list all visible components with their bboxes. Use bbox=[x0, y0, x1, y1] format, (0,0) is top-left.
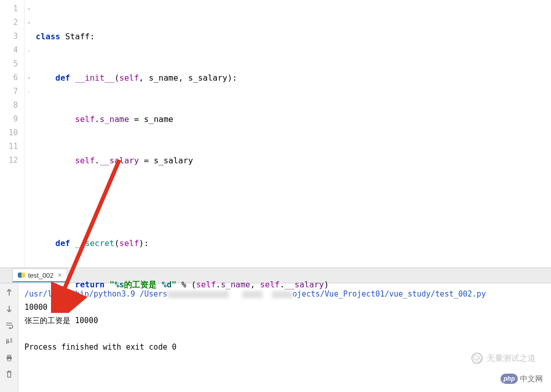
python-file-icon bbox=[18, 272, 25, 279]
method-init: __init__ bbox=[75, 73, 114, 83]
scroll-down-icon[interactable] bbox=[4, 304, 14, 314]
fold-end-icon[interactable]: ▵ bbox=[24, 43, 34, 57]
keyword-return: return bbox=[75, 280, 105, 289]
code-content[interactable]: class Staff: def __init__(self, s_name, … bbox=[34, 0, 551, 267]
method-secret: __secret bbox=[75, 238, 114, 248]
redacted-path bbox=[167, 291, 229, 298]
redacted-path bbox=[272, 291, 292, 298]
line-number: 11 bbox=[0, 140, 18, 154]
line-number: 4 bbox=[0, 43, 18, 57]
line-number: 1 bbox=[0, 2, 18, 16]
print-icon[interactable] bbox=[4, 353, 14, 363]
svg-rect-3 bbox=[8, 355, 11, 357]
keyword-def: def bbox=[56, 73, 70, 83]
line-number: 6 bbox=[0, 71, 18, 85]
keyword-class: class bbox=[36, 32, 60, 41]
line-number: 2 bbox=[0, 16, 18, 30]
fold-gutter: ▾ ▾ ▵ ▾ ▵ bbox=[24, 0, 34, 267]
line-number: 12 bbox=[0, 154, 18, 167]
line-number: 10 bbox=[0, 126, 18, 140]
soft-wrap-icon[interactable] bbox=[4, 320, 14, 330]
line-number: 7 bbox=[0, 85, 18, 99]
fold-icon[interactable]: ▾ bbox=[24, 71, 34, 85]
line-number: 8 bbox=[0, 99, 18, 112]
watermark-php: php 中文网 bbox=[500, 374, 543, 384]
line-number: 9 bbox=[0, 112, 18, 126]
keyword-def: def bbox=[56, 238, 70, 248]
line-number: 3 bbox=[0, 30, 18, 43]
fold-icon[interactable]: ▾ bbox=[24, 16, 34, 30]
fold-icon[interactable]: ▾ bbox=[24, 2, 34, 16]
watermark-text: 中文网 bbox=[520, 374, 543, 384]
code-editor[interactable]: 1 2 3 4 5 6 7 8 9 10 11 12 ▾ ▾ ▵ ▾ ▵ cla… bbox=[0, 0, 551, 268]
svg-rect-4 bbox=[8, 359, 11, 361]
console-toolbar bbox=[0, 283, 18, 392]
php-badge-icon: php bbox=[500, 374, 518, 384]
init-params: (self, s_name, s_salary): bbox=[114, 73, 237, 83]
watermark-text: 无量测试之道 bbox=[487, 353, 536, 364]
delete-icon[interactable] bbox=[4, 369, 14, 379]
watermark-wechat: 无量测试之道 bbox=[471, 353, 536, 364]
class-name: Staff bbox=[65, 32, 90, 41]
wechat-icon bbox=[471, 353, 483, 364]
fold-end-icon[interactable]: ▵ bbox=[24, 85, 34, 99]
scroll-up-icon[interactable] bbox=[4, 287, 14, 298]
line-number-gutter: 1 2 3 4 5 6 7 8 9 10 11 12 bbox=[0, 0, 24, 267]
scroll-to-end-icon[interactable] bbox=[4, 336, 14, 347]
line-number: 5 bbox=[0, 57, 18, 71]
redacted-path bbox=[242, 291, 263, 298]
